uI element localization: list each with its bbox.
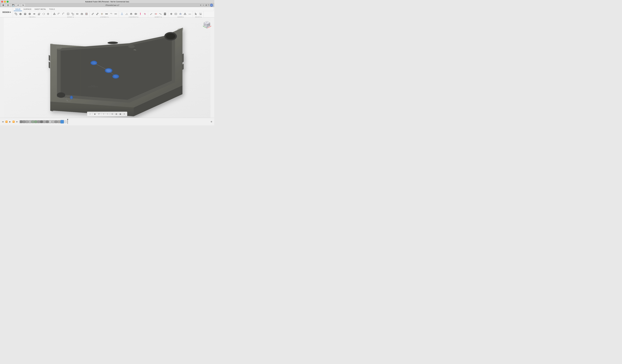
skip-end-btn[interactable]: ⏭ [15,120,19,123]
orbit-tool[interactable]: ↺ [97,112,100,116]
scale-tool[interactable] [71,12,75,16]
tab-sheet-metal[interactable]: SHEET METAL [33,8,47,11]
as-built-joint-tool[interactable] [95,12,99,16]
display-mode-2[interactable]: ▥ [115,112,118,116]
play-btn[interactable]: ▶ [8,120,12,123]
timeline-marker[interactable] [67,120,68,124]
tab-tools[interactable]: TOOLS [48,8,56,11]
redo-button[interactable]: ↪ [21,4,25,7]
axis-tool[interactable] [138,12,142,16]
svg-point-94 [108,42,118,44]
fillet-tool[interactable] [57,12,61,16]
display-settings-arrow[interactable]: ▾ [123,112,126,116]
motion-link-tool[interactable] [114,12,118,16]
select-tool[interactable] [194,12,198,16]
combine-tool[interactable] [75,12,79,16]
svg-marker-98 [182,54,184,62]
canvas-tool[interactable] [174,12,178,16]
interference-tool[interactable] [154,12,158,16]
point-tool[interactable] [143,12,147,16]
torus-tool[interactable] [32,12,37,16]
snap-tool[interactable]: ⊹ [88,112,92,116]
window-select-tool[interactable] [198,12,203,16]
close-tab-icon[interactable]: ✕ [200,4,201,6]
user-avatar[interactable]: EB [210,4,213,7]
decal-tool[interactable] [178,12,183,16]
shell-tool[interactable] [66,12,70,16]
offset-plane-tool[interactable] [120,12,124,16]
new-component-tool[interactable] [14,12,18,16]
timeline-item-10[interactable] [46,120,49,123]
timeline-settings-btn[interactable]: ⚙ [210,120,213,123]
drive-joints-tool[interactable] [109,12,113,16]
tangent-plane-tool[interactable] [129,12,133,16]
timeline-item-1[interactable] [20,120,22,123]
rigid-group-tool[interactable] [104,12,109,16]
extrude-tool[interactable] [37,12,41,16]
chamfer-tool[interactable] [61,12,66,16]
timeline-item-2[interactable] [23,120,25,123]
zoom-tool[interactable]: ⌖ [102,112,105,116]
timeline-item-14[interactable] [58,120,60,123]
plane-at-angle-tool[interactable] [124,12,129,16]
svg-point-9 [24,14,26,15]
timeline-item-5[interactable] [31,120,34,123]
timeline-item-active[interactable] [60,120,64,123]
revolve-tool[interactable] [41,12,46,16]
timeline-item-7[interactable] [37,120,40,123]
joint-tool[interactable] [91,12,95,16]
viewport[interactable]: 70.65 X Y [0,18,214,118]
timeline-item-6[interactable] [34,120,37,123]
undo-button[interactable]: ↩ [16,4,20,7]
prev-btn[interactable]: ⏪ [5,120,8,123]
close-button[interactable] [1,1,3,3]
next-btn[interactable]: ⏩ [12,120,15,123]
save-button[interactable]: 💾 [11,4,16,7]
add-tab-icon[interactable]: ＋ [202,4,204,7]
zebra-tool[interactable] [163,12,167,16]
insert-svg-tool[interactable]: SVG [188,12,192,16]
display-mode-1[interactable]: ⊡ [111,112,114,116]
midplane-tool[interactable] [134,12,138,16]
split-body-tool[interactable] [84,12,89,16]
insert-derive-tool[interactable] [169,12,174,16]
display-mode-3[interactable]: ▦ [119,112,122,116]
tab-surface[interactable]: SURFACE [22,8,33,11]
measure-tool[interactable] [149,12,153,16]
capture-tool[interactable]: ◉ [93,112,97,116]
maximize-button[interactable] [7,1,9,3]
timeline-item-3[interactable] [26,120,28,123]
view-cube[interactable]: X Y Z TOP FRONT RIGHT [202,20,212,30]
timeline-item-8[interactable] [40,120,43,123]
sphere-tool[interactable] [28,12,32,16]
insert-mesh-tool[interactable] [183,12,187,16]
design-dropdown[interactable]: DESIGN ▾ [0,7,13,17]
timeline-item-11[interactable] [49,120,52,123]
header-right-icons: ✕ ＋ ⊕ ? EB [200,4,213,7]
select-tools [194,12,203,16]
cylinder-tool[interactable] [23,12,27,16]
timeline-item-4[interactable] [28,120,31,123]
curvature-tool[interactable] [158,12,163,16]
help-icon[interactable]: ? [208,4,209,6]
press-pull-tool[interactable] [52,12,57,16]
minimize-button[interactable] [4,1,6,3]
timeline-item-12[interactable] [52,120,55,123]
skip-start-btn[interactable]: ⏮ [1,120,5,123]
new-tab-button[interactable]: ⊡ [6,4,10,7]
box-tool[interactable] [18,12,23,16]
move-tool[interactable] [46,12,50,16]
zoom-plus[interactable]: + [106,112,109,116]
tab-menu-icon[interactable]: ⊞ [1,4,5,7]
phone-case-3d-model[interactable]: 70.65 [0,18,214,118]
timeline-item-13[interactable] [55,120,58,123]
svg-rect-73 [164,14,166,14]
insert-tools: SVG [169,12,192,16]
timeline-item-16[interactable] [64,120,67,123]
replace-face-tool[interactable] [80,12,84,16]
svg-point-48 [115,14,116,14]
network-icon[interactable]: ⊕ [205,4,207,6]
tab-solid[interactable]: SOLID [14,8,22,11]
timeline-item-9[interactable] [43,120,46,123]
joint-origin-tool[interactable] [100,12,104,16]
